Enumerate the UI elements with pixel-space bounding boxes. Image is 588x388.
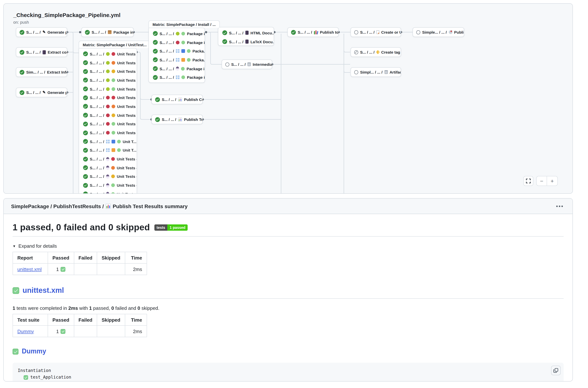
tests-badge: tests 1 passed [154, 224, 188, 231]
workflow-node-publish-code-coverage[interactable]: S... / ... /Publish Code C...22s [152, 95, 203, 104]
job-label: Publish Test Re... [184, 117, 203, 122]
green-circle-icon [117, 140, 121, 143]
matrix-job-row[interactable]: S... / ... /Unit Tests - ...18s [79, 85, 137, 93]
workflow-node-generate-pipeline-2[interactable]: S... / ... /✎Generate pipelin...4s [16, 88, 67, 97]
kebab-menu-button[interactable] [554, 203, 565, 209]
job-prefix: S... / ... / [90, 96, 104, 100]
zoom-in-button[interactable]: + [547, 176, 557, 186]
green-apple-icon [106, 70, 110, 73]
zoom-pill: − + [536, 176, 558, 186]
workflow-node-package-in-source[interactable]: S... / ... /Package in Sou...18s [81, 27, 134, 37]
status-success-icon [83, 122, 88, 126]
pencil-icon: ✎ [43, 91, 46, 94]
green-circle-icon [181, 32, 185, 35]
report-link[interactable]: unittest.xml [17, 266, 42, 272]
matrix-job-row[interactable]: S... / ... /Unit T...2m 3s [79, 146, 137, 155]
workflow-node-artifact-cleanup[interactable]: Simpl... / ... /Artifact Cleanup [350, 67, 401, 77]
matrix-job-row[interactable]: S... / ... /Package ins...14s [149, 38, 205, 47]
zoom-out-button[interactable]: − [537, 176, 547, 186]
workflow-node-publish-gh-pages[interactable]: S... / ... /Publish to GH-P...7s [287, 27, 339, 37]
workflow-node-generate-pipeline-1[interactable]: S... / ... /✎Generate pipelin...3s [16, 27, 67, 37]
report-table: ReportPassedFailedSkippedTime unittest.x… [13, 252, 147, 275]
job-label: Extract configur... [48, 50, 67, 54]
doc-job-row[interactable]: S... / ... /HTML Docu...1m 46s [218, 28, 274, 37]
matrix-header-unittest: Matrix: SimplePackage / UnitTest... [79, 41, 151, 48]
job-prefix: S... / ... / [90, 130, 104, 135]
job-prefix: S... / ... / [90, 183, 104, 187]
status-success-icon [83, 113, 88, 118]
workflow-node-create-tag[interactable]: S... / ... /Create tag '${{ in...0s [350, 47, 401, 57]
doc-job-row[interactable]: S... / ... /LaTeX Docu...1m 18s [218, 37, 274, 46]
workflow-node-create-or-update-release[interactable]: S... / ... /Create or Update R... [350, 27, 401, 37]
matrix-job-row[interactable]: S... / ... /Unit Tests - ...40s [79, 128, 137, 137]
documentation-group-box: S... / ... /HTML Docu...1m 46sS... / ...… [218, 27, 274, 46]
status-success-icon [155, 117, 160, 122]
red-apple-icon [176, 41, 179, 44]
matrix-job-row[interactable]: S... / ... /Unit Tests - ...27s [79, 120, 137, 128]
green-apple-icon [106, 61, 110, 65]
status-success-icon [153, 40, 158, 45]
job-label: Unit Tests - ... [117, 78, 137, 82]
matrix-job-row[interactable]: S... / ... /Unit Tests - ...20s [79, 76, 137, 84]
matrix-job-row[interactable]: S... / ... /Unit Tests - ...16s [79, 155, 137, 163]
fullscreen-button[interactable] [523, 176, 533, 186]
suite-section-heading-text: Dummy [22, 347, 46, 355]
job-prefix: S... / ... / [26, 90, 41, 95]
job-prefix: S... / ... / [90, 166, 104, 170]
job-prefix: Sim... / ... / [26, 70, 45, 74]
check-square-icon [61, 267, 65, 271]
workflow-node-publish-to-pypi[interactable]: Simple... / ... /Publish to PyPI [413, 27, 464, 37]
notebook-icon [245, 31, 249, 35]
workflow-node-extract-information[interactable]: Sim... / ... /Extract Information4s [16, 67, 67, 77]
matrix-job-row[interactable]: S... / ... /Packa...1m 45s [149, 47, 205, 55]
summary-breadcrumb: SimplePackage / PublishTestResults / [11, 203, 104, 209]
bar-chart-icon [178, 117, 182, 121]
matrix-job-row[interactable]: S... / ... /Unit Tests - ...15s [79, 172, 137, 181]
status-success-icon [20, 90, 24, 95]
bar-chart-icon [106, 203, 111, 209]
matrix-job-row[interactable]: S... / ... /Unit Tests - ...39s [79, 58, 137, 67]
matrix-job-row[interactable]: S... / ... /Package ins...22s [149, 73, 205, 82]
job-prefix: S... / ... / [160, 66, 174, 71]
check-square-icon [13, 287, 19, 294]
matrix-job-row[interactable]: S... / ... /Packa...1m 48s [149, 55, 205, 64]
status-success-icon [85, 30, 90, 35]
job-label: Package inst... [187, 66, 205, 71]
red-apple-icon [106, 96, 110, 100]
matrix-job-row[interactable]: S... / ... /Unit Tests - ...30s [79, 102, 137, 111]
workflow-node-extract-configuration[interactable]: S... / ... /Extract configur...6s [16, 47, 67, 57]
expand-details-toggle[interactable]: ▼ Expand for details [13, 243, 57, 249]
linux-penguin-icon [106, 183, 109, 187]
matrix-job-row[interactable]: S... / ... /Unit Tests - ...28s [79, 93, 137, 102]
job-label: Unit T... [123, 148, 136, 152]
matrix-job-row[interactable]: S... / ... /Package inst...9s [149, 64, 205, 73]
matrix-job-row[interactable]: S... / ... /Unit Tests - ...19s [79, 67, 137, 76]
job-label: Create tag '${{ in... [381, 50, 401, 54]
matrix-job-row[interactable]: S... / ... /Unit Tests - ...14s [79, 190, 137, 194]
green-circle-icon [111, 78, 115, 82]
matrix-job-row[interactable]: S... / ... /Package ins...11s [149, 29, 205, 38]
file-section-divider [13, 298, 564, 299]
windows-icon [176, 76, 179, 79]
green-apple-icon [106, 78, 110, 82]
report-link[interactable]: Dummy [17, 328, 34, 334]
workflow-run-page: _Checking_SimplePackage_Pipeline.yml on:… [0, 0, 588, 388]
job-prefix: S... / ... / [162, 97, 176, 102]
summary-title-text: Publish Test Results summary [113, 203, 188, 209]
workflow-node-intermediate-artifacts[interactable]: S... / ... /Intermediate Artifa... [222, 60, 272, 69]
job-label: Unit Tests - ... [117, 52, 137, 56]
status-success-icon [153, 31, 158, 36]
copy-button[interactable] [551, 366, 561, 375]
workflow-node-publish-test-results[interactable]: S... / ... /Publish Test Re...14s [152, 115, 203, 124]
job-prefix: S... / ... / [90, 87, 104, 91]
status-success-icon [83, 51, 88, 56]
summary-title: SimplePackage / PublishTestResults / Pub… [11, 203, 188, 209]
matrix-job-row[interactable]: S... / ... /Unit Tests - ...25s [79, 111, 137, 120]
matrix-job-row[interactable]: S... / ... /Unit Tests - ...14s [79, 181, 137, 190]
matrix-job-row[interactable]: S... / ... /Unit Tests - ...13s [79, 163, 137, 172]
matrix-job-row[interactable]: S... / ... /Unit Tests - ...36s [79, 49, 137, 58]
matrix-box-unittest: S... / ... /Unit Tests - ...36sS... / ..… [79, 48, 137, 194]
job-summary-panel: SimplePackage / PublishTestResults / Pub… [3, 198, 573, 382]
skipped-cell [97, 264, 125, 275]
matrix-job-row[interactable]: S... / ... /Unit T...2m 7s [79, 137, 137, 146]
